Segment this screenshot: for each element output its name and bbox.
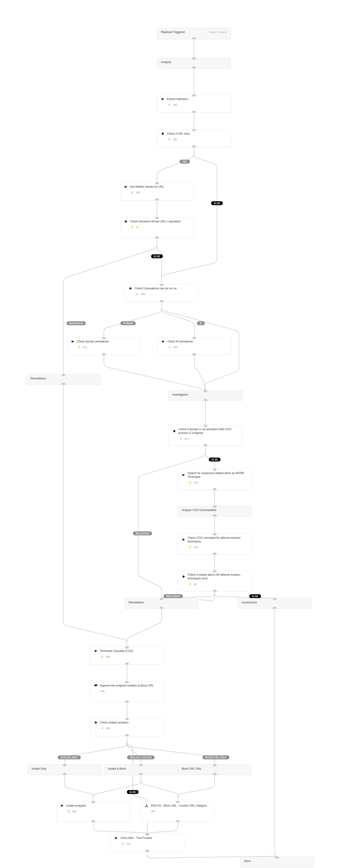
task-id: #1	[136, 226, 139, 228]
branch-pill-yes: YES	[180, 160, 190, 164]
chevron-icon	[94, 649, 98, 653]
section-remediation-1[interactable]: Remediation	[27, 374, 100, 385]
bolt-icon: ⚡	[100, 727, 104, 730]
branch-pill-isolate-block: ISOLATE & BLOCK	[127, 755, 154, 760]
chevron-icon	[161, 340, 165, 343]
task-title: Extract Indicators	[167, 97, 227, 101]
task-panos-block-url[interactable]: PAN-OS - Block URL - Custom URL Category…	[141, 801, 215, 822]
task-title: Approve the endpoint isolation & Block U…	[100, 684, 160, 687]
task-id: #13	[194, 481, 198, 484]
bolt-icon: ⚡	[168, 346, 171, 349]
section-label: Remediation	[129, 600, 195, 604]
task-check-url-reputation[interactable]: Check extracted remote URL's reputation …	[120, 217, 194, 238]
task-id: #45	[173, 138, 177, 141]
task-ip-prevalence[interactable]: Check IP prevalence ⚡#44	[157, 337, 231, 355]
section-remediation-2[interactable]: Remediation	[125, 598, 198, 609]
branch-pill-malicious-3: MALICIOUS	[164, 594, 183, 598]
section-analysis[interactable]: Analysis	[157, 58, 231, 68]
branch-pill-block-only: BLOCK URL ONLY	[202, 755, 229, 760]
bolt-icon: ⚡	[130, 191, 134, 194]
task-approve-isolation[interactable]: Approve the endpoint isolation & Block U…	[90, 681, 164, 703]
task-id: #41	[151, 810, 155, 813]
task-terminate-causality[interactable]: Terminate Causality (CGO) ⚡#33	[90, 647, 164, 664]
task-check-evasion[interactable]: Check CGO command for defense evasion te…	[178, 533, 252, 555]
section-isolate-block[interactable]: Isolate & Block	[104, 764, 178, 775]
section-label: Isolate & Block	[108, 767, 174, 771]
task-id: #44	[174, 346, 178, 349]
branch-pill-malicious-2: MALICIOUS	[133, 532, 152, 535]
task-id: #21	[185, 437, 189, 440]
task-search-mitre[interactable]: Search for suspicious-related alerts by …	[178, 469, 252, 490]
section-label: Remediation	[30, 377, 96, 380]
task-title: Check analyst answers	[100, 721, 160, 724]
branch-pill-malicious-1: MALICIOUS	[67, 321, 86, 326]
task-id: #8	[194, 583, 196, 586]
task-isolate-endpoint[interactable]: Isolate endpoint ⚡#30	[56, 801, 130, 822]
chevron-icon	[114, 836, 118, 840]
section-label: Analyze CGO Commandline	[182, 508, 248, 512]
bolt-icon: ⚡	[167, 103, 171, 106]
diamond-icon	[182, 575, 185, 579]
branch-pill-domain: DOMAIN	[121, 321, 136, 326]
bolt-icon: ⚡	[167, 138, 171, 141]
chevron-icon	[71, 340, 74, 343]
section-isolate-only[interactable]: Isolate Only	[28, 764, 102, 775]
diamond-icon	[129, 286, 132, 290]
section-investigation[interactable]: Investigation	[168, 390, 242, 401]
bolt-icon: ⚡	[179, 437, 183, 440]
task-title: Check if URL exist	[167, 132, 227, 135]
task-id: #31	[194, 546, 198, 549]
branch-pill-else-2: ELSE	[151, 254, 163, 258]
diamond-icon	[94, 721, 98, 724]
section-done[interactable]: Done	[240, 857, 314, 867]
section-label: Block URL Only	[182, 767, 248, 771]
bolt-icon: ⚡	[188, 481, 192, 484]
task-title: Check extracted remote URL's reputation	[130, 220, 190, 223]
section-label: Inconclusive	[242, 600, 308, 604]
task-domain-not-prevalent[interactable]: Check if domain is not prevalent AND CGO…	[168, 425, 242, 446]
task-id: #14	[126, 842, 130, 845]
diamond-icon	[161, 132, 165, 135]
task-title: Check IP prevalence	[167, 340, 227, 343]
task-title: Check CGO command for defense evasion te…	[188, 536, 248, 543]
section-label: Analysis	[161, 60, 227, 64]
bolt-icon: ⚡	[130, 226, 134, 228]
start-io-link[interactable]: Inputs / Outputs	[209, 31, 227, 33]
task-id: #36	[106, 727, 110, 730]
start-node[interactable]: Playbook Triggered Inputs / Outputs	[157, 28, 231, 39]
bolt-icon: ⚡	[100, 655, 104, 658]
svg-rect-1	[124, 220, 127, 223]
bolt-icon: ⚡	[188, 583, 192, 586]
task-id: #35	[100, 690, 104, 692]
task-id: #46	[173, 103, 177, 106]
chevron-icon	[182, 473, 185, 477]
section-label: Investigation	[173, 393, 239, 397]
svg-rect-2	[129, 287, 132, 289]
branch-pill-isolate-only: ISOLATE ONLY	[58, 755, 81, 760]
task-check-related-alerts[interactable]: Check if related alerts OR defense evasi…	[178, 570, 252, 592]
bolt-icon: ⚡	[188, 546, 192, 549]
task-domain-prevalence[interactable]: Check domain prevalence ⚡#11	[67, 337, 141, 355]
section-inconclusive[interactable]: Inconclusive	[238, 598, 312, 609]
task-title: Search for suspicious-related alerts by …	[188, 471, 248, 479]
svg-point-6	[146, 804, 147, 805]
task-extract-indicators[interactable]: Extract Indicators ⚡#46	[157, 95, 231, 113]
task-title: Check If prevalence can be run on	[134, 286, 195, 290]
bolt-icon: ⚡	[77, 346, 81, 349]
task-check-prevalence[interactable]: Check If prevalence can be run on ⚡#43	[125, 284, 198, 302]
diamond-icon	[124, 220, 128, 223]
section-analyze-cmd[interactable]: Analyze CGO Commandline	[178, 506, 252, 516]
tree-icon	[145, 804, 149, 807]
task-title: Close Alert - True Positive	[120, 836, 180, 840]
task-title: Terminate Causality (CGO)	[100, 649, 160, 653]
task-title: Isolate endpoint	[66, 804, 126, 807]
task-check-analyst-answers[interactable]: Check analyst answers ⚡#36	[90, 718, 164, 736]
chat-icon	[94, 684, 98, 687]
section-block-url-only[interactable]: Block URL Only	[178, 764, 252, 775]
task-close-true-positive[interactable]: Close Alert - True Positive ⚡#14	[111, 834, 184, 851]
task-wildfire-verdict[interactable]: Get Wildfire Verdict for URL ⚡#25	[120, 182, 194, 200]
task-title: Check if domain is not prevalent AND CGO…	[179, 427, 239, 435]
bolt-icon: ⚡	[121, 842, 124, 845]
task-check-url-exist[interactable]: Check if URL exist ⚡#45	[157, 129, 231, 147]
section-label: Isolate Only	[32, 767, 98, 771]
